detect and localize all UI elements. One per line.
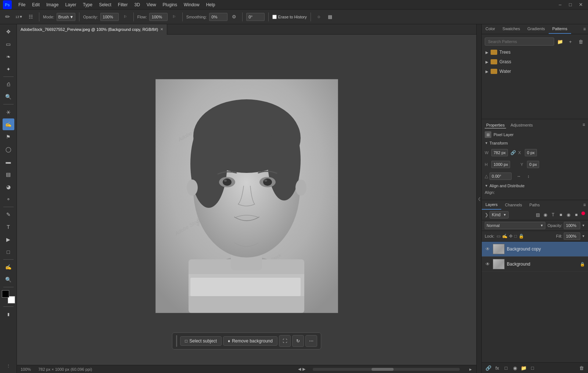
- edit-toolbar-btn[interactable]: ⋮: [3, 360, 14, 372]
- crop-tool[interactable]: ⎙: [3, 78, 14, 90]
- canvas-tab-active[interactable]: AdobeStock_766927552_Preview.jpeg @ 100%…: [17, 24, 167, 35]
- horizontal-scrollbar[interactable]: [313, 368, 460, 371]
- shape-tool[interactable]: □: [3, 246, 14, 258]
- link-wh-icon[interactable]: 🔗: [510, 148, 516, 158]
- smoothing-value[interactable]: 0%: [209, 13, 227, 21]
- lock-all-icon[interactable]: 🔒: [519, 234, 524, 239]
- refresh-btn[interactable]: ↻: [292, 335, 304, 347]
- layer-mask-icon[interactable]: □: [502, 364, 510, 372]
- properties-options-btn[interactable]: ≡: [582, 122, 585, 128]
- patterns-search-input[interactable]: [485, 38, 554, 46]
- layer-folder-icon[interactable]: 📁: [520, 364, 527, 372]
- lasso-tool[interactable]: ❧: [3, 51, 14, 63]
- hand-tool[interactable]: ✍: [3, 261, 14, 273]
- maximize-btn[interactable]: □: [566, 0, 575, 9]
- lock-artboard-icon[interactable]: □: [514, 234, 517, 239]
- layer-item-background-copy[interactable]: 👁 Background copy: [482, 242, 588, 257]
- brush-preset-picker[interactable]: 13▼: [14, 13, 24, 21]
- x-value[interactable]: 0 px: [525, 149, 537, 156]
- blend-mode-dropdown[interactable]: Normal ▼: [485, 222, 545, 229]
- scroll-left-btn[interactable]: ◀: [298, 367, 301, 372]
- color-swatches[interactable]: [2, 290, 15, 303]
- patterns-delete-btn[interactable]: 🗑: [576, 37, 585, 46]
- tab-properties[interactable]: Properties: [485, 122, 506, 128]
- menu-layer[interactable]: Layer: [62, 1, 79, 8]
- menu-view[interactable]: View: [144, 1, 159, 8]
- filter-smart-icon[interactable]: ◉: [565, 212, 572, 218]
- tool-icon[interactable]: ✏: [3, 13, 12, 21]
- flip-v-btn[interactable]: ↕: [524, 172, 533, 181]
- magic-wand-tool[interactable]: ✦: [3, 63, 14, 75]
- pin-btn[interactable]: ⛶: [279, 335, 291, 347]
- layer-item-background[interactable]: 👁 Background 🔒: [482, 257, 588, 272]
- scroll-end-btn[interactable]: ►: [469, 367, 473, 372]
- layer-visibility-eye-copy[interactable]: 👁: [485, 246, 491, 252]
- dodge-tool[interactable]: ⚬: [3, 193, 14, 205]
- lock-image-icon[interactable]: ✍: [502, 234, 508, 239]
- filter-pixel-icon[interactable]: ▨: [534, 212, 541, 218]
- brush-tool[interactable]: ✍: [3, 118, 14, 130]
- layer-delete-icon[interactable]: 🗑: [578, 364, 585, 372]
- eraser-tool[interactable]: ▬: [3, 156, 14, 168]
- menu-window[interactable]: Window: [181, 1, 202, 8]
- quick-mask-tool[interactable]: ▮: [3, 308, 14, 320]
- layers-options-btn[interactable]: ≡: [581, 201, 588, 209]
- layer-fx-icon[interactable]: fx: [494, 364, 501, 372]
- patterns-new-folder-icon[interactable]: 📁: [556, 37, 564, 46]
- zoom-tool[interactable]: 🔍: [3, 274, 14, 285]
- stamp-tool[interactable]: ⚑: [3, 131, 14, 143]
- layer-visibility-eye-bg[interactable]: 👁: [485, 261, 491, 267]
- select-subject-btn[interactable]: □ Select subject: [180, 336, 222, 346]
- tablet-settings-icon[interactable]: ▩: [326, 13, 334, 21]
- menu-edit[interactable]: Edit: [29, 1, 43, 8]
- flip-h-btn[interactable]: ↔: [514, 172, 523, 181]
- menu-select[interactable]: Select: [96, 1, 114, 8]
- filter-adjust-icon[interactable]: ◉: [542, 212, 549, 218]
- brush-settings-icon[interactable]: ☷: [26, 13, 35, 21]
- tab-color[interactable]: Color: [482, 24, 499, 34]
- panel-collapse-btn[interactable]: ❮: [476, 24, 481, 373]
- opacity-value[interactable]: 100%: [100, 13, 119, 21]
- transform-section-header[interactable]: ▼ Transform: [485, 141, 585, 145]
- menu-plugins[interactable]: Plugins: [160, 1, 180, 8]
- tab-layers[interactable]: Layers: [482, 200, 501, 210]
- layer-link-icon[interactable]: 🔗: [485, 364, 492, 372]
- align-distribute-header[interactable]: ▼ Align and Distribute: [485, 184, 585, 188]
- tab-adjustments[interactable]: Adjustments: [509, 122, 534, 128]
- more-btn[interactable]: ⋯: [305, 335, 317, 347]
- minimize-btn[interactable]: –: [556, 0, 564, 9]
- fill-value[interactable]: 100%: [564, 232, 580, 240]
- tab-swatches[interactable]: Swatches: [499, 24, 524, 34]
- healing-brush-tool[interactable]: ⚹: [3, 106, 14, 118]
- flow-value[interactable]: 100%: [149, 13, 168, 21]
- layer-adjustment-icon[interactable]: ◉: [511, 364, 519, 372]
- filter-shape-icon[interactable]: ■: [557, 212, 564, 218]
- move-tool[interactable]: ✥: [3, 26, 14, 38]
- tab-channels[interactable]: Channels: [501, 200, 526, 209]
- angle-value[interactable]: 0.00°: [490, 173, 512, 180]
- tab-gradients[interactable]: Gradients: [524, 24, 549, 34]
- blur-tool[interactable]: ◕: [3, 181, 14, 193]
- menu-image[interactable]: Image: [43, 1, 61, 8]
- opacity-val-layers[interactable]: 100%: [564, 222, 580, 229]
- flow-pressure-icon[interactable]: ⚐: [170, 13, 179, 21]
- canvas-wrap[interactable]: Adobe Stock Adobe Stock Adobe Stock Adob…: [17, 35, 476, 365]
- height-value[interactable]: 1000 px: [491, 161, 510, 168]
- close-btn[interactable]: ✕: [576, 0, 585, 9]
- filter-text-icon[interactable]: T: [550, 212, 556, 218]
- menu-type[interactable]: Type: [80, 1, 95, 8]
- pattern-group-trees-header[interactable]: ▶ Trees: [485, 48, 585, 56]
- angle-value[interactable]: 0°: [246, 13, 265, 21]
- history-brush-tool[interactable]: ◯: [3, 143, 14, 155]
- pattern-group-water-header[interactable]: ▶ Water: [485, 67, 585, 75]
- filter-effect-icon[interactable]: ■: [573, 212, 580, 218]
- y-value[interactable]: 0 px: [527, 161, 539, 168]
- text-tool[interactable]: T: [3, 221, 14, 233]
- refine-edge-icon[interactable]: ○: [315, 13, 323, 21]
- menu-help[interactable]: Help: [203, 1, 218, 8]
- filter-kind-dropdown[interactable]: Kind ▼: [490, 211, 509, 219]
- path-selection-tool[interactable]: ▶: [3, 234, 14, 245]
- opacity-pressure-icon[interactable]: ⚐: [121, 13, 130, 21]
- tab-paths[interactable]: Paths: [526, 200, 544, 209]
- remove-background-btn[interactable]: ♦ Remove background: [223, 336, 277, 346]
